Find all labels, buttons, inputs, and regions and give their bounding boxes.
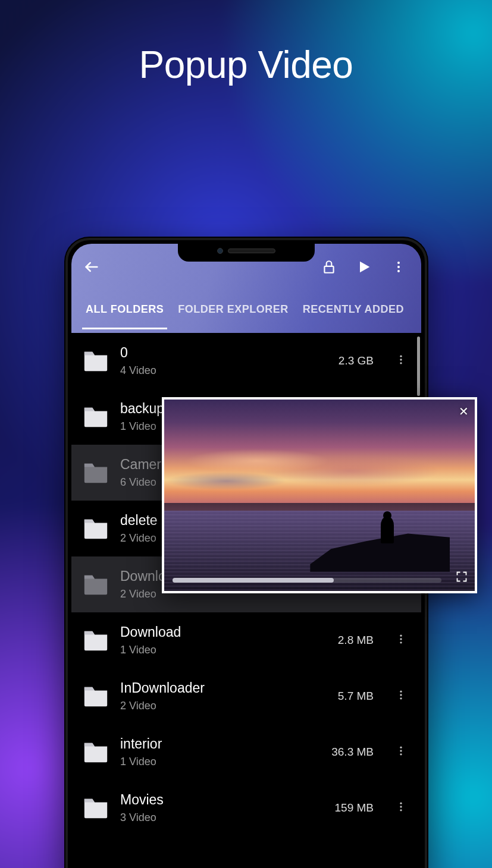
svg-point-3: [397, 262, 400, 264]
svg-point-25: [400, 694, 402, 696]
folder-icon: [82, 517, 109, 540]
list-item[interactable]: Movies3 Video159 MB: [71, 780, 421, 836]
svg-point-5: [397, 270, 400, 272]
folder-icon: [82, 628, 109, 652]
svg-point-23: [400, 641, 402, 643]
play-icon[interactable]: [352, 255, 376, 281]
svg-point-4: [397, 266, 400, 268]
folder-name: 0: [120, 345, 328, 361]
progress-fill: [173, 578, 334, 583]
camera-dot: [217, 248, 223, 254]
svg-point-21: [400, 635, 402, 637]
row-text: Download1 Video: [120, 624, 327, 656]
row-text: 04 Video: [120, 345, 328, 377]
list-item[interactable]: InDownloader2 Video5.7 MB: [71, 668, 421, 724]
more-icon[interactable]: [391, 630, 410, 651]
video-sky: [164, 434, 475, 501]
svg-rect-1: [324, 266, 333, 273]
folder-sub: 3 Video: [120, 812, 324, 824]
svg-marker-2: [360, 262, 369, 273]
svg-point-27: [400, 747, 402, 749]
list-item[interactable]: 04 Video2.3 GB: [71, 333, 421, 389]
close-icon[interactable]: ✕: [459, 404, 469, 419]
back-icon[interactable]: [83, 259, 100, 278]
more-icon[interactable]: [391, 685, 410, 707]
folder-icon: [82, 461, 109, 485]
svg-point-24: [400, 691, 402, 693]
svg-point-6: [400, 356, 402, 357]
popup-video-window[interactable]: ✕: [162, 397, 477, 593]
progress-track[interactable]: [173, 578, 441, 583]
folder-name: Download: [120, 624, 327, 640]
more-icon[interactable]: [391, 797, 410, 819]
folder-size: 2.8 MB: [338, 634, 374, 647]
speaker-grill: [228, 249, 275, 253]
folder-size: 2.3 GB: [339, 354, 374, 367]
row-text: InDownloader2 Video: [120, 680, 327, 712]
folder-sub: 1 Video: [120, 756, 321, 768]
folder-size: 5.7 MB: [338, 690, 374, 703]
folder-size: 36.3 MB: [331, 746, 374, 759]
folder-name: Movies: [120, 792, 324, 808]
popup-video-content: ✕: [164, 400, 475, 591]
row-text: Movies3 Video: [120, 792, 324, 824]
folder-sub: 4 Video: [120, 364, 328, 377]
svg-point-8: [400, 362, 402, 364]
list-item[interactable]: Download1 Video2.8 MB: [71, 612, 421, 668]
marketing-title: Popup Video: [0, 43, 492, 87]
folder-icon: [82, 405, 109, 429]
svg-point-31: [400, 806, 402, 807]
more-icon[interactable]: [391, 350, 410, 372]
folder-size: 159 MB: [335, 801, 374, 814]
scroll-indicator[interactable]: [417, 336, 420, 396]
more-icon[interactable]: [388, 256, 409, 280]
svg-point-7: [400, 358, 402, 360]
fullscreen-icon[interactable]: [456, 571, 468, 585]
folder-sub: 1 Video: [120, 644, 327, 656]
tab-all-folders[interactable]: ALL FOLDERS: [79, 293, 171, 328]
lock-icon[interactable]: [318, 256, 340, 281]
row-text: interior1 Video: [120, 736, 321, 768]
folder-icon: [82, 573, 109, 596]
tabs: ALL FOLDERS FOLDER EXPLORER RECENTLY ADD…: [71, 293, 421, 328]
svg-point-26: [400, 697, 402, 699]
list-item[interactable]: interior1 Video36.3 MB: [71, 724, 421, 780]
folder-sub: 2 Video: [120, 700, 327, 712]
folder-icon: [82, 796, 109, 820]
tab-recently-added[interactable]: RECENTLY ADDED: [296, 293, 411, 328]
svg-point-22: [400, 638, 402, 640]
svg-point-28: [400, 750, 402, 751]
svg-point-29: [400, 753, 402, 755]
folder-icon: [82, 740, 109, 764]
video-silhouette: [381, 517, 394, 543]
phone-notch: [178, 240, 315, 262]
folder-name: InDownloader: [120, 680, 327, 696]
folder-icon: [82, 349, 109, 373]
tab-folder-explorer[interactable]: FOLDER EXPLORER: [171, 293, 296, 328]
svg-point-30: [400, 803, 402, 804]
folder-name: interior: [120, 736, 321, 752]
svg-point-32: [400, 809, 402, 811]
more-icon[interactable]: [391, 741, 410, 763]
folder-icon: [82, 684, 109, 708]
